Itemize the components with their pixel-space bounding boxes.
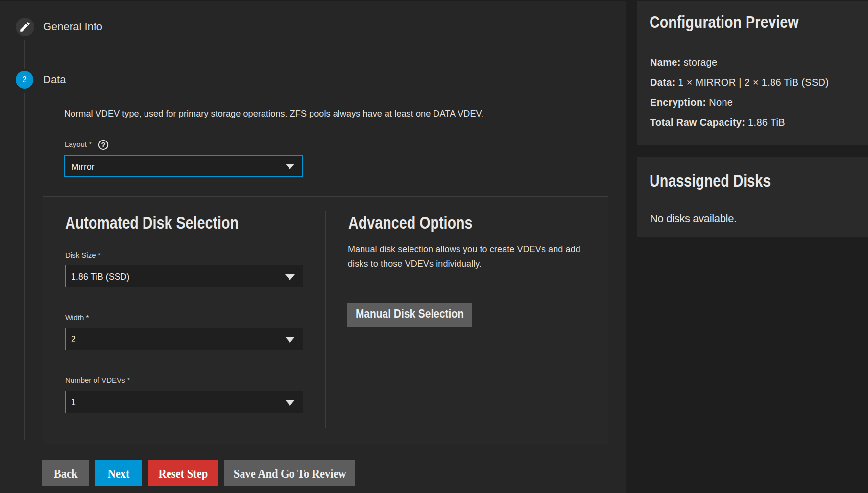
svg-text:?: ? [101,141,106,149]
